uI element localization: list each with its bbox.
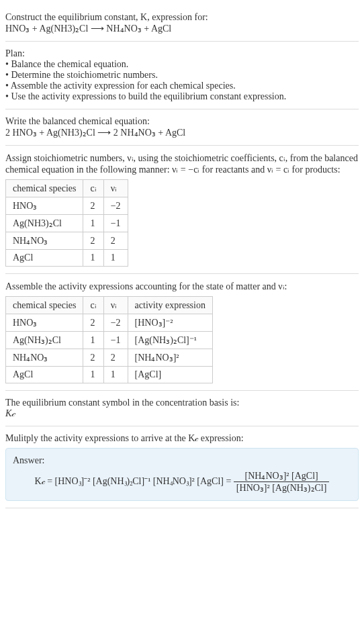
cell: 2 xyxy=(103,232,128,250)
cell: NH₄NO₃ xyxy=(6,232,83,250)
answer-box: Answer: K𝒸 = [HNO₃]⁻² [Ag(NH₃)₂Cl]⁻¹ [NH… xyxy=(5,448,359,501)
header-section: Construct the equilibrium constant, K, e… xyxy=(5,5,359,42)
answer-expression: K𝒸 = [HNO₃]⁻² [Ag(NH₃)₂Cl]⁻¹ [NH₄NO₃]² [… xyxy=(13,470,351,494)
cell: [HNO₃]⁻² xyxy=(128,314,212,332)
cell: 2 xyxy=(83,314,103,332)
cell: Ag(NH3)₂Cl xyxy=(6,215,83,232)
symbol-value: K𝒸 xyxy=(5,408,359,419)
plan-item: • Determine the stoichiometric numbers. xyxy=(5,70,359,81)
table-row: NH₄NO₃ 2 2 xyxy=(6,232,128,250)
plan-item: • Balance the chemical equation. xyxy=(5,59,359,70)
activity-table: chemical species cᵢ νᵢ activity expressi… xyxy=(5,296,213,383)
cell: 1 xyxy=(103,367,128,383)
cell: HNO₃ xyxy=(6,314,83,332)
col-header: chemical species xyxy=(6,297,83,314)
table-header-row: chemical species cᵢ νᵢ activity expressi… xyxy=(6,297,213,314)
cell: 1 xyxy=(83,250,103,267)
multiply-heading: Mulitply the activity expressions to arr… xyxy=(5,433,359,444)
cell: [NH₄NO₃]² xyxy=(128,349,212,367)
table-row: NH₄NO₃ 2 2 [NH₄NO₃]² xyxy=(6,349,213,367)
fraction-numerator: [NH₄NO₃]² [AgCl] xyxy=(234,470,330,482)
table-header-row: chemical species cᵢ νᵢ xyxy=(6,180,128,197)
cell: [AgCl] xyxy=(128,367,212,383)
answer-label: Answer: xyxy=(13,455,351,466)
cell: NH₄NO₃ xyxy=(6,349,83,367)
cell: [Ag(NH₃)₂Cl]⁻¹ xyxy=(128,332,212,349)
cell: AgCl xyxy=(6,250,83,267)
cell: −1 xyxy=(103,332,128,349)
cell: 1 xyxy=(83,367,103,383)
symbol-heading: The equilibrium constant symbol in the c… xyxy=(5,398,359,408)
cell: HNO₃ xyxy=(6,197,83,215)
cell: −2 xyxy=(103,314,128,332)
col-header: cᵢ xyxy=(83,180,103,197)
cell: 2 xyxy=(83,197,103,215)
title: Construct the equilibrium constant, K, e… xyxy=(5,12,359,23)
cell: 1 xyxy=(103,250,128,267)
table-row: HNO₃ 2 −2 [HNO₃]⁻² xyxy=(6,314,213,332)
activity-section: Assemble the activity expressions accoun… xyxy=(5,274,359,391)
table-row: Ag(NH3)₂Cl 1 −1 xyxy=(6,215,128,232)
plan-heading: Plan: xyxy=(5,48,359,59)
fraction-denominator: [HNO₃]² [Ag(NH₃)₂Cl] xyxy=(234,482,330,494)
col-header: chemical species xyxy=(6,180,83,197)
col-header: νᵢ xyxy=(103,180,128,197)
stoich-section: Assign stoichiometric numbers, νᵢ, using… xyxy=(5,146,359,274)
activity-heading: Assemble the activity expressions accoun… xyxy=(5,281,359,292)
multiply-section: Mulitply the activity expressions to arr… xyxy=(5,426,359,508)
balanced-section: Write the balanced chemical equation: 2 … xyxy=(5,109,359,146)
balanced-heading: Write the balanced chemical equation: xyxy=(5,116,359,127)
cell: −1 xyxy=(103,215,128,232)
plan-item: • Use the activity expressions to build … xyxy=(5,91,359,102)
table-row: HNO₃ 2 −2 xyxy=(6,197,128,215)
answer-lhs: K𝒸 = [HNO₃]⁻² [Ag(NH₃)₂Cl]⁻¹ [NH₄NO₃]² [… xyxy=(35,476,234,486)
cell: 2 xyxy=(83,232,103,250)
cell: Ag(NH₃)₂Cl xyxy=(6,332,83,349)
col-header: cᵢ xyxy=(83,297,103,314)
table-row: AgCl 1 1 [AgCl] xyxy=(6,367,213,383)
col-header: νᵢ xyxy=(103,297,128,314)
cell: 2 xyxy=(103,349,128,367)
stoich-heading: Assign stoichiometric numbers, νᵢ, using… xyxy=(5,152,359,175)
cell: 1 xyxy=(83,215,103,232)
cell: 1 xyxy=(83,332,103,349)
cell: 2 xyxy=(83,349,103,367)
table-row: Ag(NH₃)₂Cl 1 −1 [Ag(NH₃)₂Cl]⁻¹ xyxy=(6,332,213,349)
balanced-equation: 2 HNO₃ + Ag(NH3)₂Cl ⟶ 2 NH₄NO₃ + AgCl xyxy=(5,127,359,138)
symbol-section: The equilibrium constant symbol in the c… xyxy=(5,391,359,426)
table-row: AgCl 1 1 xyxy=(6,250,128,267)
cell: AgCl xyxy=(6,367,83,383)
cell: −2 xyxy=(103,197,128,215)
answer-fraction: [NH₄NO₃]² [AgCl] [HNO₃]² [Ag(NH₃)₂Cl] xyxy=(234,470,330,494)
plan-item: • Assemble the activity expression for e… xyxy=(5,81,359,91)
unbalanced-equation: HNO₃ + Ag(NH3)₂Cl ⟶ NH₄NO₃ + AgCl xyxy=(5,23,359,34)
stoich-table: chemical species cᵢ νᵢ HNO₃ 2 −2 Ag(NH3)… xyxy=(5,179,128,267)
plan-section: Plan: • Balance the chemical equation. •… xyxy=(5,42,359,109)
col-header: activity expression xyxy=(128,297,212,314)
